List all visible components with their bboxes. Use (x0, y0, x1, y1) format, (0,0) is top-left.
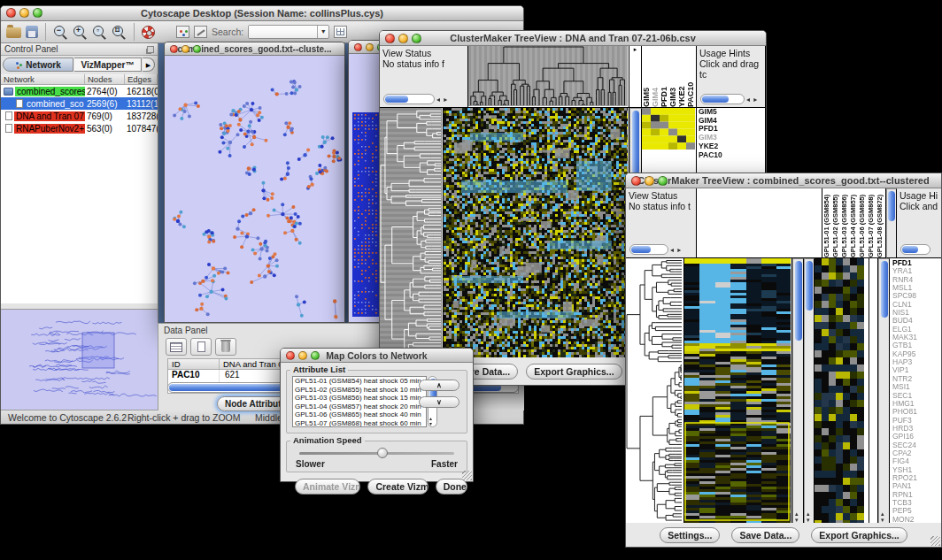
network-tree-row[interactable]: combined_scores 2764(0) 16218(0) (1, 85, 158, 97)
close-button[interactable] (286, 351, 295, 360)
treeview-button[interactable]: Settings... (660, 527, 720, 543)
scroll-arrows[interactable]: ▴▾ (429, 416, 432, 426)
help-icon[interactable] (142, 26, 155, 39)
attribute-browser-icon[interactable] (334, 26, 347, 38)
tv1-status-hscrollbar[interactable] (383, 94, 435, 104)
tab-vizmapper[interactable]: VizMapper™ (74, 58, 142, 72)
heatmap-canvas[interactable] (444, 108, 628, 357)
tv2-heatmap-vscrollbar[interactable]: ▴▾ (792, 258, 804, 525)
tab-overflow-arrow[interactable]: ▶ (143, 58, 155, 72)
attribute-list-item[interactable]: GPL51-04 (GSM857) heat shock 20 min (293, 403, 426, 411)
zoom-button[interactable] (311, 351, 320, 360)
vizmapper-icon[interactable] (176, 26, 189, 38)
minimize-button[interactable] (298, 351, 307, 360)
move-down-button[interactable]: ∨ (419, 396, 459, 408)
minimize-button[interactable] (366, 43, 374, 51)
minimize-button[interactable] (181, 45, 189, 53)
tv2-zoom-left-vscrollbar[interactable]: ▴▾ (804, 258, 815, 525)
attribute-select-button[interactable] (166, 338, 187, 356)
array-label: PFD1 (660, 46, 668, 107)
main-window-title: Cytoscape Desktop (Session Name: collins… (1, 8, 523, 19)
float-panel-icon[interactable] (147, 46, 154, 53)
treeview1-titlebar[interactable]: ClusterMaker TreeView : DNA and Tran 07-… (380, 31, 766, 46)
open-session-icon[interactable] (6, 27, 21, 38)
close-button[interactable] (354, 43, 362, 51)
save-session-icon[interactable] (26, 26, 38, 38)
search-dropdown-icon[interactable]: ▼ (317, 26, 328, 38)
birdseye-canvas[interactable] (1, 310, 157, 409)
attribute-list-item[interactable]: GPL51-01 (GSM854) heat shock 05 min (293, 377, 426, 386)
zoom-selected-icon[interactable]: ⌑ (112, 25, 127, 40)
slider-thumb[interactable] (377, 448, 388, 458)
minimize-button[interactable] (645, 176, 654, 186)
close-button[interactable] (170, 45, 178, 53)
resize-grip[interactable] (930, 536, 940, 546)
heatmap-canvas[interactable] (684, 258, 791, 523)
zoom-fit-icon[interactable]: ▫ (92, 25, 107, 40)
zoom-out-icon[interactable]: − (53, 25, 68, 40)
resize-grip[interactable] (462, 471, 472, 480)
control-panel-title: Control Panel (4, 44, 58, 54)
main-titlebar[interactable]: Cytoscape Desktop (Session Name: collins… (1, 6, 523, 21)
row-dendrogram-canvas[interactable] (380, 108, 442, 357)
window-controls (385, 34, 421, 43)
done-button[interactable]: Done (436, 479, 467, 495)
close-button[interactable] (385, 34, 395, 43)
network-canvas[interactable] (165, 56, 344, 322)
tv2-usage-hscrollbar[interactable] (900, 244, 930, 255)
scroll-arrows[interactable]: ◂ ▸ (746, 96, 758, 104)
tv2-zoom-heatmap (815, 258, 869, 525)
zoom-button[interactable] (33, 8, 42, 18)
attribute-list-item[interactable]: GPL51-03 (GSM856) heat shock 15 min (293, 394, 426, 403)
close-button[interactable] (631, 176, 641, 186)
zoom-button[interactable] (412, 34, 421, 43)
network-file-icon (5, 111, 12, 120)
new-attribute-button[interactable] (190, 338, 212, 356)
tv1-column-dendrogram (468, 46, 629, 108)
create-vizmap-button[interactable]: Create Vizmap (367, 479, 428, 495)
network-file-icon (4, 88, 13, 96)
toolbar-separator (45, 23, 46, 41)
attribute-list-item[interactable]: GPL51-02 (GSM855) heat shock 10 min (293, 386, 426, 395)
zoom-button[interactable] (193, 45, 201, 53)
minimize-button[interactable] (398, 34, 408, 43)
network-view-titlebar[interactable]: combined_scores_good.txt--cluste... (165, 42, 344, 56)
zoom-heatmap-canvas[interactable] (815, 258, 864, 523)
zoom-button[interactable] (658, 176, 668, 186)
search-input[interactable] (249, 26, 317, 38)
scroll-arrows[interactable]: ◂ ▸ (436, 96, 448, 104)
treeview-button[interactable]: Export Graphics... (811, 527, 907, 543)
animation-speed-slider[interactable] (299, 452, 454, 455)
treeview2-titlebar[interactable]: ClusterMaker TreeView : combined_scores_… (626, 173, 941, 188)
animate-vizmap-button[interactable]: Animate Vizmap (295, 479, 360, 495)
scroll-arrows[interactable]: ◂ ▸ (670, 246, 682, 254)
column-dendrogram-canvas[interactable] (468, 46, 628, 106)
network-tree-row[interactable]: combined_sco 2569(6) 13112(15) (1, 97, 158, 110)
attribute-list-item[interactable]: GPL51-07 (GSM868) heat shock 60 min (293, 419, 426, 427)
scroll-arrows[interactable]: ▴▾ (795, 510, 799, 523)
scroll-arrows[interactable]: ▴▾ (807, 510, 810, 523)
tv2-status-hscrollbar[interactable] (629, 244, 668, 255)
move-up-button[interactable]: ∧ (419, 380, 459, 391)
tv1-row-dendrogram (380, 108, 444, 359)
network-tree-row[interactable]: DNA and Tran 07 769(0) 183728(0) (1, 110, 158, 122)
attribute-list-item[interactable]: GPL51-06 (GSM865) heat shock 40 min (293, 410, 426, 419)
tv1-usage-hscrollbar[interactable] (700, 94, 745, 104)
annotation-icon[interactable] (194, 26, 207, 38)
delete-attribute-button[interactable] (215, 338, 236, 356)
network-tree-row[interactable]: RNAPuberNov2+ 563(0) 107847(0) (1, 122, 158, 134)
zoom-in-icon[interactable]: + (73, 25, 88, 40)
tab-network[interactable]: Network (3, 58, 73, 72)
dialog-titlebar[interactable]: Map Colors to Network (281, 349, 473, 363)
treeview-button[interactable]: Export Graphics... (526, 364, 622, 380)
treeview-button[interactable]: Save Data... (731, 527, 799, 543)
zoom-heatmap-canvas[interactable] (642, 108, 695, 150)
close-button[interactable] (6, 8, 16, 18)
row-dendrogram-canvas[interactable] (626, 258, 683, 523)
tv2-zoom-right-vscrollbar[interactable]: ▴▾ (878, 258, 890, 525)
tv2-labels-vscrollbar[interactable] (886, 188, 897, 258)
tv1-array-labels: GIM5GIM4PFD1GIM3YKE2PAC10 (642, 46, 697, 108)
minimize-button[interactable] (19, 8, 29, 18)
scroll-arrows[interactable]: ▴▾ (881, 510, 884, 523)
array-label: YKE2 (677, 46, 686, 107)
